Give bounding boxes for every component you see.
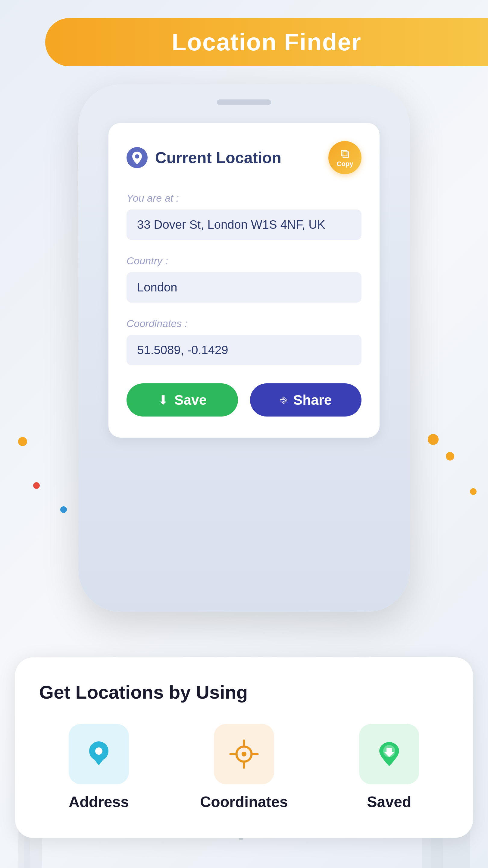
coordinates-target-icon (227, 738, 261, 771)
dot-3 (60, 506, 67, 513)
coordinates-icon-box (214, 724, 274, 784)
address-value-box: 33 Dover St, London W1S 4NF, UK (127, 210, 361, 240)
copy-button[interactable]: ⧉ Copy (328, 141, 361, 174)
copy-icon: ⧉ (341, 147, 350, 159)
feature-item-coordinates[interactable]: Coordinates (200, 724, 288, 811)
phone-speaker (217, 99, 271, 105)
action-buttons: ⬇ Save ⎆ Share (127, 383, 361, 416)
bottom-panel: Get Locations by Using Address (15, 657, 473, 838)
address-value: 33 Dover St, London W1S 4NF, UK (137, 218, 325, 231)
card-header: Current Location ⧉ Copy (127, 141, 361, 174)
feature-item-saved[interactable]: Saved (359, 724, 419, 811)
location-card: Current Location ⧉ Copy You are at : 33 … (108, 123, 380, 438)
feature-icons-row: Address Coordinates (39, 724, 449, 811)
saved-download-icon (372, 738, 406, 771)
copy-label: Copy (337, 160, 353, 168)
card-title-section: Current Location (127, 147, 281, 168)
svg-point-23 (95, 747, 102, 755)
coordinates-value-box: 51.5089, -0.1429 (127, 335, 361, 365)
saved-feature-label: Saved (367, 793, 411, 811)
save-button[interactable]: ⬇ Save (127, 383, 238, 416)
coordinates-section: Coordinates : 51.5089, -0.1429 (127, 318, 361, 365)
dot-1 (18, 437, 27, 446)
dot-4 (446, 452, 454, 461)
share-button[interactable]: ⎆ Share (250, 383, 361, 416)
country-label: Country : (127, 255, 361, 267)
coordinates-value: 51.5089, -0.1429 (137, 343, 228, 356)
share-label: Share (293, 392, 332, 408)
feature-item-address[interactable]: Address (69, 724, 129, 811)
address-pin-icon (82, 738, 116, 771)
country-value: London (137, 281, 177, 294)
app-title: Location Finder (172, 28, 361, 56)
dot-6 (428, 434, 438, 445)
location-pin-icon (127, 147, 148, 168)
dot-2 (33, 482, 40, 489)
phone-screen: Current Location ⧉ Copy You are at : 33 … (108, 123, 380, 612)
save-label: Save (174, 392, 207, 408)
saved-icon-box (359, 724, 419, 784)
coordinates-feature-label: Coordinates (200, 793, 288, 811)
address-feature-label: Address (69, 793, 129, 811)
country-section: Country : London (127, 255, 361, 303)
phone-mockup: Current Location ⧉ Copy You are at : 33 … (78, 84, 410, 612)
card-title: Current Location (155, 149, 281, 167)
bottom-panel-title: Get Locations by Using (39, 681, 449, 703)
address-icon-box (69, 724, 129, 784)
save-icon: ⬇ (158, 393, 168, 407)
address-label: You are at : (127, 192, 361, 204)
header-banner: Location Finder (45, 18, 488, 66)
svg-point-21 (135, 154, 139, 158)
coordinates-label: Coordinates : (127, 318, 361, 330)
dot-5 (470, 488, 477, 495)
country-value-box: London (127, 272, 361, 303)
share-icon: ⎆ (280, 393, 287, 407)
svg-point-25 (241, 752, 247, 756)
address-section: You are at : 33 Dover St, London W1S 4NF… (127, 192, 361, 240)
